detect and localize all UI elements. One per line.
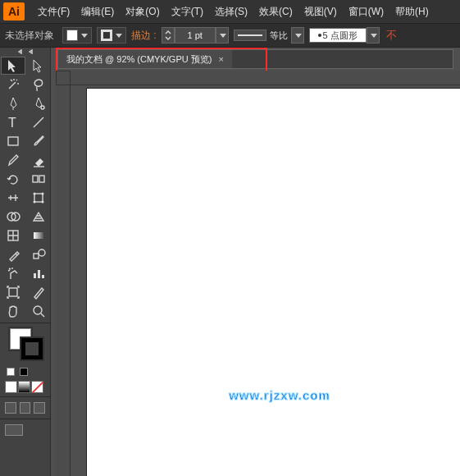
- caret-down-icon: [81, 34, 88, 38]
- svg-rect-14: [34, 254, 39, 259]
- menu-window[interactable]: 窗口(W): [344, 2, 389, 22]
- workspace: T: [0, 48, 460, 476]
- svg-point-7: [42, 193, 44, 195]
- menu-file[interactable]: 文件(F): [33, 2, 75, 22]
- watermark-text: www.rjzxw.com: [229, 388, 330, 402]
- svg-rect-4: [39, 176, 44, 182]
- eyedropper-tool[interactable]: [1, 245, 25, 263]
- symbol-sprayer-tool[interactable]: [1, 264, 25, 282]
- color-mode-row: [0, 379, 50, 395]
- column-graph-tool[interactable]: [26, 264, 51, 282]
- curvature-tool[interactable]: [26, 94, 51, 112]
- brush-dropdown[interactable]: [367, 27, 380, 43]
- svg-text:T: T: [8, 116, 16, 130]
- svg-rect-5: [34, 194, 43, 202]
- menu-bar: Ai 文件(F) 编辑(E) 对象(O) 文字(T) 选择(S) 效果(C) 视…: [0, 0, 460, 23]
- menu-edit[interactable]: 编辑(E): [76, 2, 119, 22]
- screen-mode-button[interactable]: [5, 424, 23, 436]
- document-tab[interactable]: 我的文档 @ 92% (CMYK/GPU 预览) ×: [58, 50, 232, 68]
- width-tool[interactable]: [1, 189, 25, 207]
- menu-help[interactable]: 帮助(H): [390, 2, 434, 22]
- shape-builder-tool[interactable]: [1, 208, 25, 226]
- close-tab-icon[interactable]: ×: [218, 54, 223, 64]
- svg-point-15: [39, 249, 45, 256]
- stroke-weight-stepper[interactable]: [162, 27, 175, 43]
- swap-fill-stroke-icon[interactable]: [7, 368, 15, 376]
- artboard-canvas[interactable]: www.rjzxw.com: [87, 89, 460, 476]
- ratio-label: 等比: [270, 30, 288, 42]
- stroke-label: 描边 :: [131, 29, 157, 43]
- document-tab-bar: 我的文档 @ 92% (CMYK/GPU 预览) ×: [57, 49, 453, 69]
- color-mode-gradient[interactable]: [18, 381, 30, 393]
- direct-selection-tool[interactable]: [26, 57, 51, 75]
- menu-type[interactable]: 文字(T): [166, 2, 208, 22]
- caret-down-icon: [116, 34, 122, 38]
- paintbrush-tool[interactable]: [26, 132, 51, 150]
- canvas-area: 我的文档 @ 92% (CMYK/GPU 预览) × www.rjzxw.com: [51, 48, 460, 476]
- draw-mode-row: [0, 399, 50, 417]
- stroke-box[interactable]: [21, 338, 43, 359]
- fill-swatch[interactable]: [62, 27, 92, 43]
- selection-tool[interactable]: [1, 57, 25, 75]
- line-segment-tool[interactable]: [26, 113, 51, 131]
- svg-point-0: [41, 106, 44, 109]
- screen-mode-row: [0, 421, 50, 439]
- stroke-weight-dropdown[interactable]: [216, 27, 229, 43]
- svg-point-6: [34, 193, 36, 195]
- artboard-tool[interactable]: [1, 283, 25, 301]
- selection-status: 未选择对象: [5, 29, 54, 43]
- svg-rect-13: [34, 232, 43, 239]
- ruler-vertical[interactable]: [56, 71, 71, 476]
- color-mode-solid[interactable]: [5, 381, 17, 393]
- gradient-tool[interactable]: [26, 227, 51, 245]
- draw-inside[interactable]: [34, 402, 45, 414]
- eraser-tool[interactable]: [26, 151, 51, 169]
- draw-behind[interactable]: [20, 402, 31, 414]
- default-fill-stroke-icon[interactable]: [20, 368, 28, 376]
- svg-point-9: [42, 201, 44, 204]
- stroke-profile[interactable]: [234, 30, 266, 41]
- svg-rect-2: [8, 137, 18, 145]
- type-tool[interactable]: T: [1, 113, 25, 131]
- pencil-tool[interactable]: [1, 151, 25, 169]
- magic-wand-tool[interactable]: [1, 76, 25, 94]
- stroke-swatch[interactable]: [97, 27, 126, 43]
- reflect-tool[interactable]: [26, 170, 51, 188]
- rotate-tool[interactable]: [1, 170, 25, 188]
- stroke-profile-dropdown[interactable]: [291, 27, 304, 43]
- svg-point-17: [34, 306, 42, 314]
- svg-rect-3: [33, 176, 38, 182]
- toolbox-handle[interactable]: [0, 48, 50, 56]
- menu-select[interactable]: 选择(S): [210, 2, 253, 22]
- options-bar: 未选择对象 描边 : 1 pt 等比 5 点圆形 不: [0, 23, 460, 48]
- menu-view[interactable]: 视图(V): [299, 2, 342, 22]
- rectangle-tool[interactable]: [1, 132, 25, 150]
- stroke-weight-field[interactable]: 1 pt: [175, 27, 216, 43]
- blend-tool[interactable]: [26, 245, 51, 263]
- zoom-tool[interactable]: [26, 302, 51, 320]
- app-logo-icon: Ai: [3, 2, 25, 21]
- color-mode-none[interactable]: [31, 381, 43, 393]
- lasso-tool[interactable]: [26, 76, 51, 94]
- svg-rect-16: [9, 288, 17, 296]
- ruler-origin[interactable]: [56, 71, 71, 85]
- perspective-grid-tool[interactable]: [26, 208, 51, 226]
- ruler-horizontal[interactable]: [71, 71, 460, 85]
- svg-point-8: [34, 201, 36, 204]
- document-tab-title: 我的文档 @ 92% (CMYK/GPU 预览): [66, 53, 212, 66]
- toolbox: T: [0, 48, 51, 476]
- opacity-label-cut: 不: [386, 28, 397, 43]
- slice-tool[interactable]: [26, 283, 51, 301]
- fill-stroke-control[interactable]: [5, 328, 45, 366]
- mesh-tool[interactable]: [1, 227, 25, 245]
- free-transform-tool[interactable]: [26, 189, 51, 207]
- hand-tool[interactable]: [1, 302, 25, 320]
- brush-definition[interactable]: 5 点圆形: [309, 28, 367, 43]
- brush-label: 5 点圆形: [323, 30, 358, 42]
- pen-tool[interactable]: [1, 94, 25, 112]
- menu-effect[interactable]: 效果(C): [254, 2, 298, 22]
- menu-object[interactable]: 对象(O): [121, 2, 164, 22]
- draw-normal[interactable]: [5, 402, 16, 414]
